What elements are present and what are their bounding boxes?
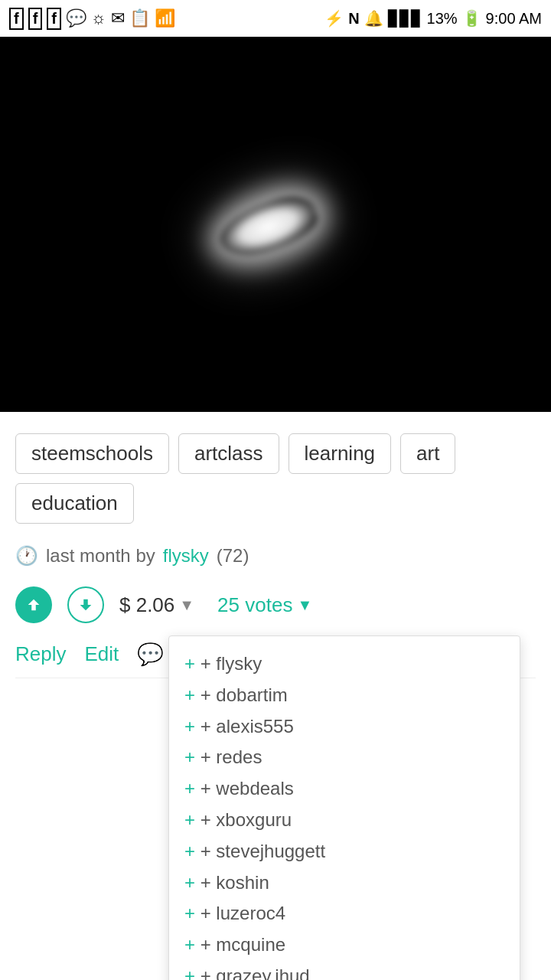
status-bar-left: f f f 💬 ☼ ✉ 📋 📶 bbox=[9, 8, 175, 30]
voter-item-4: + + redes bbox=[184, 742, 504, 773]
upvote-button[interactable] bbox=[15, 586, 52, 623]
payout-value: $ 2.06 bbox=[119, 593, 174, 617]
signal-bars-icon: ▊▊▊ bbox=[388, 9, 422, 28]
fb-icon3: f bbox=[47, 8, 61, 30]
chat-icon: 💬 bbox=[66, 8, 86, 28]
voter-item-6: + + xboxguru bbox=[184, 805, 504, 836]
bluetooth-icon: ⚡ bbox=[324, 9, 344, 28]
status-bar: f f f 💬 ☼ ✉ 📋 📶 ⚡ N 🔔 ▊▊▊ 13% 🔋 9:00 AM bbox=[0, 0, 551, 37]
brightness-icon: ☼ bbox=[91, 8, 106, 28]
downvote-button[interactable] bbox=[67, 586, 104, 623]
tag-learning[interactable]: learning bbox=[289, 433, 392, 474]
reply-button[interactable]: Reply bbox=[15, 642, 66, 666]
tag-artclass[interactable]: artclass bbox=[178, 433, 279, 474]
voter-item-11: + + grazey.jhud bbox=[184, 961, 504, 980]
voter-item-7: + + stevejhuggett bbox=[184, 836, 504, 867]
tags-row: steemschools artclass learning art educa… bbox=[15, 412, 536, 539]
tag-art[interactable]: art bbox=[400, 433, 455, 474]
clock-icon: 🕐 bbox=[15, 545, 38, 567]
fb-icon2: f bbox=[28, 8, 43, 30]
tag-steemschools[interactable]: steemschools bbox=[15, 433, 169, 474]
votes-count-display: 25 votes ▼ bbox=[217, 593, 312, 617]
edit-button[interactable]: Edit bbox=[84, 642, 119, 666]
glow-object bbox=[214, 188, 323, 266]
voter-item-2: + + dobartim bbox=[184, 680, 504, 711]
screen-icon: 📋 bbox=[129, 8, 150, 28]
author-name[interactable]: flysky bbox=[163, 545, 209, 567]
author-row: 🕐 last month by flysky (72) bbox=[15, 539, 536, 579]
mail-icon: ✉ bbox=[111, 8, 125, 28]
wifi-icon: 📶 bbox=[155, 8, 175, 28]
voter-item-5: + + webdeals bbox=[184, 773, 504, 805]
voting-row: $ 2.06 ▼ 25 votes ▼ bbox=[15, 579, 536, 631]
time-ago-text: last month by bbox=[46, 545, 155, 567]
fb-icon1: f bbox=[9, 8, 24, 30]
author-reputation: (72) bbox=[217, 545, 249, 567]
status-bar-right: ⚡ N 🔔 ▊▊▊ 13% 🔋 9:00 AM bbox=[324, 9, 542, 28]
downvote-icon bbox=[77, 596, 94, 613]
battery-icon: 🔋 bbox=[462, 9, 481, 28]
votes-caret-icon[interactable]: ▼ bbox=[297, 596, 312, 614]
comment-icon: 💬 bbox=[137, 642, 164, 667]
n-icon: N bbox=[348, 10, 359, 28]
battery-text: 13% bbox=[427, 10, 458, 28]
time-display: 9:00 AM bbox=[486, 10, 542, 28]
tag-education[interactable]: education bbox=[15, 483, 134, 524]
voter-item-3: + + alexis555 bbox=[184, 711, 504, 743]
votes-dropdown: + + flysky + + dobartim + + alexis555 + … bbox=[168, 635, 520, 980]
upvote-icon bbox=[25, 596, 42, 613]
payout-caret-icon[interactable]: ▼ bbox=[179, 596, 194, 614]
payout-display: $ 2.06 ▼ bbox=[119, 593, 194, 617]
voter-item-1: + + flysky bbox=[184, 648, 504, 680]
alarm-icon: 🔔 bbox=[364, 9, 383, 28]
voter-item-9: + + luzeroc4 bbox=[184, 898, 504, 929]
votes-count-value[interactable]: 25 votes bbox=[217, 593, 292, 617]
voter-item-8: + + koshin bbox=[184, 867, 504, 899]
voter-item-10: + + mcquine bbox=[184, 929, 504, 961]
post-image bbox=[0, 37, 551, 412]
